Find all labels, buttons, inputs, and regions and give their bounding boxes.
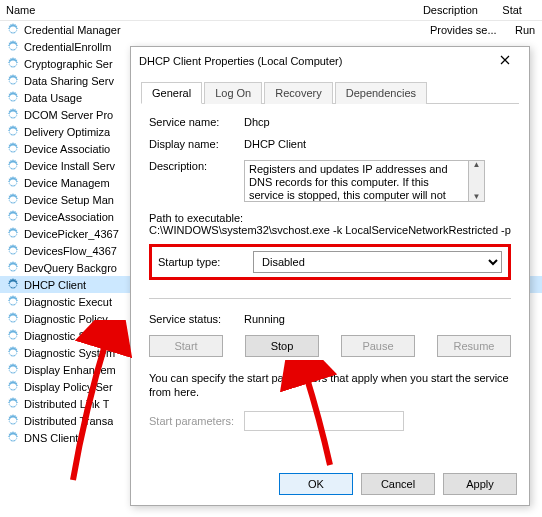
service-name: Device Associatio	[24, 143, 110, 155]
scroll-up-icon[interactable]: ▲	[473, 161, 481, 169]
tab-recovery[interactable]: Recovery	[264, 82, 332, 104]
gear-icon	[6, 210, 20, 224]
service-name: Diagnostic Execut	[24, 296, 112, 308]
tab-general[interactable]: General	[141, 82, 202, 104]
service-name: Distributed Link T	[24, 398, 109, 410]
service-name: DevicePicker_4367	[24, 228, 119, 240]
start-parameters-label: Start parameters:	[149, 415, 244, 427]
tab-dependencies[interactable]: Dependencies	[335, 82, 427, 104]
gear-icon	[6, 193, 20, 207]
pause-button: Pause	[341, 335, 415, 357]
startup-type-label: Startup type:	[158, 256, 253, 268]
dialog-tabs: General Log On Recovery Dependencies	[141, 81, 519, 104]
service-name-value: Dhcp	[244, 116, 511, 128]
service-name: Device Setup Man	[24, 194, 114, 206]
gear-icon	[6, 295, 20, 309]
service-name: Data Usage	[24, 92, 82, 104]
resume-button: Resume	[437, 335, 511, 357]
stop-button[interactable]: Stop	[245, 335, 319, 357]
close-button[interactable]	[485, 49, 525, 71]
gear-icon	[6, 431, 20, 445]
gear-icon	[6, 397, 20, 411]
service-name: Diagnostic Policy	[24, 313, 108, 325]
gear-icon	[6, 176, 20, 190]
description-scrollbar[interactable]: ▲ ▼	[469, 160, 485, 202]
tab-logon[interactable]: Log On	[204, 82, 262, 104]
dialog-title-text: DHCP Client Properties (Local Computer)	[139, 55, 342, 67]
start-button: Start	[149, 335, 223, 357]
service-properties-dialog: DHCP Client Properties (Local Computer) …	[130, 46, 530, 506]
service-name: Display Policy Ser	[24, 381, 113, 393]
gear-icon	[6, 380, 20, 394]
service-name: DCOM Server Pro	[24, 109, 113, 121]
gear-icon	[6, 23, 20, 37]
gear-icon	[6, 312, 20, 326]
gear-icon	[6, 40, 20, 54]
column-description[interactable]: Description	[423, 4, 502, 16]
service-name: Delivery Optimiza	[24, 126, 110, 138]
gear-icon	[6, 125, 20, 139]
apply-button[interactable]: Apply	[443, 473, 517, 495]
scroll-down-icon[interactable]: ▼	[473, 193, 481, 201]
ok-button[interactable]: OK	[279, 473, 353, 495]
service-name: Credential Manager	[24, 24, 121, 36]
gear-icon	[6, 414, 20, 428]
service-status-value: Running	[244, 313, 511, 325]
service-name: DHCP Client	[24, 279, 86, 291]
cancel-button[interactable]: Cancel	[361, 473, 435, 495]
gear-icon	[6, 329, 20, 343]
gear-icon	[6, 261, 20, 275]
service-name: Diagnostic System	[24, 347, 115, 359]
gear-icon	[6, 346, 20, 360]
column-name[interactable]: Name	[6, 4, 423, 16]
service-status-label: Service status:	[149, 313, 244, 325]
service-name: Device Managem	[24, 177, 110, 189]
service-name: DevicesFlow_4367	[24, 245, 117, 257]
description-label: Description:	[149, 160, 244, 172]
service-name: Data Sharing Serv	[24, 75, 114, 87]
column-status[interactable]: Stat	[502, 4, 542, 16]
gear-icon	[6, 244, 20, 258]
service-name: Diagnostic Service	[24, 330, 115, 342]
service-name: DevQuery Backgro	[24, 262, 117, 274]
gear-icon	[6, 142, 20, 156]
path-label: Path to executable:	[149, 212, 511, 224]
gear-icon	[6, 91, 20, 105]
path-value: C:\WINDOWS\system32\svchost.exe -k Local…	[149, 224, 511, 236]
service-name: Display Enhancem	[24, 364, 116, 376]
service-name: DeviceAssociation	[24, 211, 114, 223]
service-name: Distributed Transa	[24, 415, 113, 427]
service-status: Run	[515, 24, 535, 36]
description-text: Registers and updates IP addresses and D…	[244, 160, 469, 202]
close-icon	[500, 55, 510, 65]
service-name: Cryptographic Ser	[24, 58, 113, 70]
gear-icon	[6, 74, 20, 88]
gear-icon	[6, 278, 20, 292]
display-name-label: Display name:	[149, 138, 244, 150]
startup-type-highlight: Startup type: Disabled	[149, 244, 511, 280]
service-row[interactable]: Credential ManagerProvides se...Run	[0, 21, 542, 38]
service-name-label: Service name:	[149, 116, 244, 128]
gear-icon	[6, 108, 20, 122]
start-parameters-input	[244, 411, 404, 431]
service-description: Provides se...	[430, 24, 497, 36]
gear-icon	[6, 57, 20, 71]
gear-icon	[6, 227, 20, 241]
gear-icon	[6, 159, 20, 173]
service-name: CredentialEnrollm	[24, 41, 111, 53]
service-name: Device Install Serv	[24, 160, 115, 172]
start-parameters-hint: You can specify the start parameters tha…	[149, 371, 511, 399]
service-name: DNS Client	[24, 432, 78, 444]
display-name-value: DHCP Client	[244, 138, 511, 150]
services-columns-header: Name Description Stat	[0, 0, 542, 21]
gear-icon	[6, 363, 20, 377]
dialog-titlebar: DHCP Client Properties (Local Computer)	[131, 47, 529, 75]
startup-type-select[interactable]: Disabled	[253, 251, 502, 273]
